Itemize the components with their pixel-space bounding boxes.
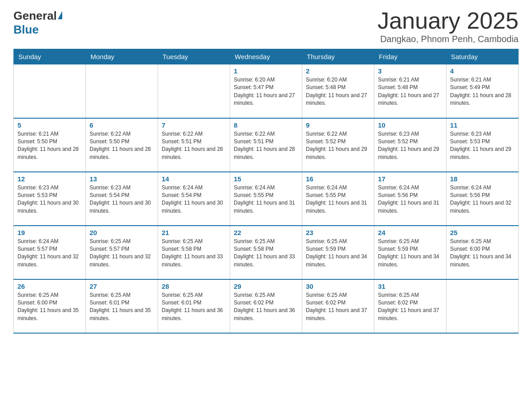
calendar-cell [86,64,158,118]
header: General Blue January 2025 Dangkao, Phnom… [13,9,519,44]
day-info: Sunrise: 6:24 AM Sunset: 5:57 PM Dayligh… [17,238,82,269]
location-subtitle: Dangkao, Phnom Penh, Cambodia [378,34,519,44]
day-number: 22 [234,229,298,236]
logo-general-text: General [13,9,57,23]
calendar-cell: 17Sunrise: 6:24 AM Sunset: 5:56 PM Dayli… [374,172,446,226]
calendar-week-row: 5Sunrise: 6:21 AM Sunset: 5:50 PM Daylig… [14,118,519,172]
calendar-cell: 8Sunrise: 6:22 AM Sunset: 5:51 PM Daylig… [230,118,302,172]
calendar-cell: 28Sunrise: 6:25 AM Sunset: 6:01 PM Dayli… [158,279,230,333]
calendar-cell: 2Sunrise: 6:20 AM Sunset: 5:48 PM Daylig… [302,64,374,118]
calendar-week-row: 1Sunrise: 6:20 AM Sunset: 5:47 PM Daylig… [14,64,519,118]
day-info: Sunrise: 6:21 AM Sunset: 5:48 PM Dayligh… [378,76,442,107]
day-info: Sunrise: 6:24 AM Sunset: 5:56 PM Dayligh… [378,184,442,215]
day-info: Sunrise: 6:23 AM Sunset: 5:52 PM Dayligh… [378,130,442,162]
day-info: Sunrise: 6:25 AM Sunset: 5:58 PM Dayligh… [162,238,226,269]
calendar-cell [14,64,86,118]
day-number: 26 [17,283,82,290]
calendar-cell: 19Sunrise: 6:24 AM Sunset: 5:57 PM Dayli… [14,226,86,279]
day-info: Sunrise: 6:25 AM Sunset: 6:01 PM Dayligh… [162,291,226,323]
day-number: 3 [378,67,442,75]
calendar-cell: 6Sunrise: 6:22 AM Sunset: 5:50 PM Daylig… [86,118,158,172]
day-number: 20 [90,229,154,236]
calendar-cell: 30Sunrise: 6:25 AM Sunset: 6:02 PM Dayli… [302,279,374,333]
calendar-week-row: 26Sunrise: 6:25 AM Sunset: 6:00 PM Dayli… [14,279,519,333]
day-info: Sunrise: 6:24 AM Sunset: 5:55 PM Dayligh… [306,184,370,215]
calendar-cell: 7Sunrise: 6:22 AM Sunset: 5:51 PM Daylig… [158,118,230,172]
calendar-table: SundayMondayTuesdayWednesdayThursdayFrid… [13,49,519,334]
day-info: Sunrise: 6:22 AM Sunset: 5:51 PM Dayligh… [162,130,226,162]
logo-triangle-icon [58,11,62,19]
calendar-header-row: SundayMondayTuesdayWednesdayThursdayFrid… [14,49,519,64]
day-number: 15 [234,175,298,183]
calendar-week-row: 19Sunrise: 6:24 AM Sunset: 5:57 PM Dayli… [14,226,519,279]
day-info: Sunrise: 6:24 AM Sunset: 5:56 PM Dayligh… [450,184,515,215]
calendar-cell: 29Sunrise: 6:25 AM Sunset: 6:02 PM Dayli… [230,279,302,333]
calendar-cell: 13Sunrise: 6:23 AM Sunset: 5:54 PM Dayli… [86,172,158,226]
day-of-week-header: Sunday [14,49,86,64]
day-number: 16 [306,175,370,183]
calendar-cell: 11Sunrise: 6:23 AM Sunset: 5:53 PM Dayli… [446,118,519,172]
day-number: 31 [378,283,442,290]
calendar-cell: 23Sunrise: 6:25 AM Sunset: 5:59 PM Dayli… [302,226,374,279]
day-number: 2 [306,67,370,75]
day-number: 17 [378,175,442,183]
month-year-title: January 2025 [378,9,519,32]
calendar-cell: 31Sunrise: 6:25 AM Sunset: 6:02 PM Dayli… [374,279,446,333]
day-info: Sunrise: 6:20 AM Sunset: 5:47 PM Dayligh… [234,76,298,107]
day-of-week-header: Wednesday [230,49,302,64]
day-number: 13 [90,175,154,183]
calendar-week-row: 12Sunrise: 6:23 AM Sunset: 5:53 PM Dayli… [14,172,519,226]
calendar-cell: 20Sunrise: 6:25 AM Sunset: 5:57 PM Dayli… [86,226,158,279]
day-number: 21 [162,229,226,236]
day-info: Sunrise: 6:21 AM Sunset: 5:50 PM Dayligh… [17,130,82,162]
day-number: 14 [162,175,226,183]
day-number: 19 [17,229,82,236]
calendar-cell: 12Sunrise: 6:23 AM Sunset: 5:53 PM Dayli… [14,172,86,226]
day-info: Sunrise: 6:25 AM Sunset: 5:59 PM Dayligh… [378,238,442,269]
day-of-week-header: Thursday [302,49,374,64]
calendar-cell: 3Sunrise: 6:21 AM Sunset: 5:48 PM Daylig… [374,64,446,118]
calendar-cell: 9Sunrise: 6:22 AM Sunset: 5:52 PM Daylig… [302,118,374,172]
day-number: 28 [162,283,226,290]
title-area: January 2025 Dangkao, Phnom Penh, Cambod… [378,9,519,44]
day-number: 7 [162,121,226,129]
calendar-cell: 16Sunrise: 6:24 AM Sunset: 5:55 PM Dayli… [302,172,374,226]
day-number: 23 [306,229,370,236]
day-number: 9 [306,121,370,129]
day-info: Sunrise: 6:25 AM Sunset: 6:02 PM Dayligh… [306,291,370,323]
day-of-week-header: Tuesday [158,49,230,64]
day-number: 6 [90,121,154,129]
logo: General Blue [13,9,63,37]
day-info: Sunrise: 6:25 AM Sunset: 6:02 PM Dayligh… [234,291,298,323]
day-info: Sunrise: 6:22 AM Sunset: 5:50 PM Dayligh… [90,130,154,162]
calendar-cell: 1Sunrise: 6:20 AM Sunset: 5:47 PM Daylig… [230,64,302,118]
day-number: 11 [450,121,515,129]
day-info: Sunrise: 6:22 AM Sunset: 5:51 PM Dayligh… [234,130,298,162]
day-number: 8 [234,121,298,129]
day-number: 30 [306,283,370,290]
day-number: 18 [450,175,515,183]
calendar-cell: 27Sunrise: 6:25 AM Sunset: 6:01 PM Dayli… [86,279,158,333]
calendar-cell: 26Sunrise: 6:25 AM Sunset: 6:00 PM Dayli… [14,279,86,333]
day-of-week-header: Monday [86,49,158,64]
calendar-cell: 4Sunrise: 6:21 AM Sunset: 5:49 PM Daylig… [446,64,519,118]
day-info: Sunrise: 6:25 AM Sunset: 5:59 PM Dayligh… [306,238,370,269]
day-info: Sunrise: 6:23 AM Sunset: 5:53 PM Dayligh… [450,130,515,162]
day-number: 24 [378,229,442,236]
logo-blue-text: Blue [13,23,39,36]
day-info: Sunrise: 6:25 AM Sunset: 6:02 PM Dayligh… [378,291,442,323]
calendar-cell: 5Sunrise: 6:21 AM Sunset: 5:50 PM Daylig… [14,118,86,172]
calendar-cell: 25Sunrise: 6:25 AM Sunset: 6:00 PM Dayli… [446,226,519,279]
day-number: 12 [17,175,82,183]
day-number: 10 [378,121,442,129]
day-number: 27 [90,283,154,290]
calendar-cell [158,64,230,118]
day-info: Sunrise: 6:24 AM Sunset: 5:54 PM Dayligh… [162,184,226,215]
day-number: 5 [17,121,82,129]
day-info: Sunrise: 6:23 AM Sunset: 5:54 PM Dayligh… [90,184,154,215]
day-info: Sunrise: 6:25 AM Sunset: 6:01 PM Dayligh… [90,291,154,323]
day-info: Sunrise: 6:22 AM Sunset: 5:52 PM Dayligh… [306,130,370,162]
day-info: Sunrise: 6:25 AM Sunset: 5:57 PM Dayligh… [90,238,154,269]
day-info: Sunrise: 6:25 AM Sunset: 5:58 PM Dayligh… [234,238,298,269]
calendar-cell: 24Sunrise: 6:25 AM Sunset: 5:59 PM Dayli… [374,226,446,279]
